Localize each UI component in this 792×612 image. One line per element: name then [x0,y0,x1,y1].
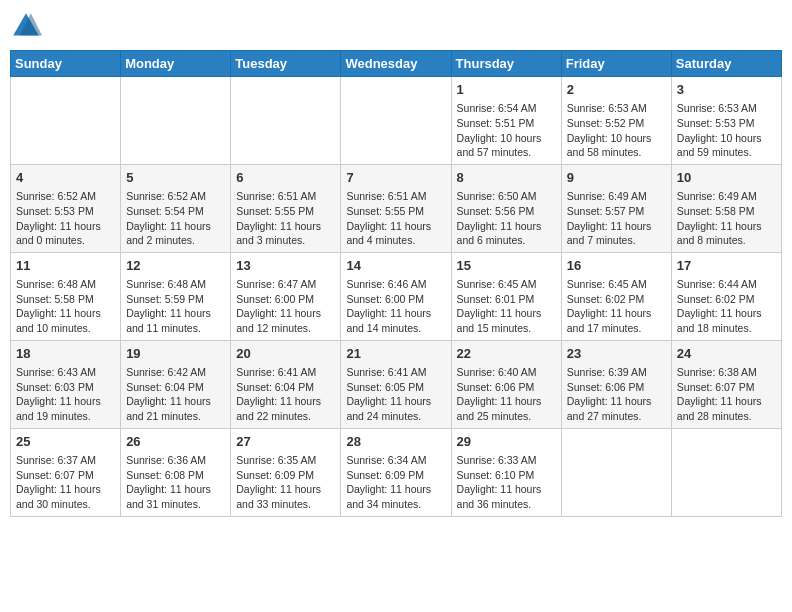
calendar-cell: 6Sunrise: 6:51 AMSunset: 5:55 PMDaylight… [231,164,341,252]
day-info: Sunset: 5:52 PM [567,116,666,131]
day-info: Sunrise: 6:51 AM [236,189,335,204]
day-info: Sunrise: 6:41 AM [346,365,445,380]
day-info: Daylight: 11 hours and 36 minutes. [457,482,556,511]
day-info: Sunset: 5:53 PM [677,116,776,131]
day-info: Sunset: 6:06 PM [567,380,666,395]
day-info: Sunrise: 6:43 AM [16,365,115,380]
cell-content: 22Sunrise: 6:40 AMSunset: 6:06 PMDayligh… [457,345,556,424]
calendar-cell: 7Sunrise: 6:51 AMSunset: 5:55 PMDaylight… [341,164,451,252]
calendar-cell: 15Sunrise: 6:45 AMSunset: 6:01 PMDayligh… [451,252,561,340]
calendar-cell: 10Sunrise: 6:49 AMSunset: 5:58 PMDayligh… [671,164,781,252]
day-number: 17 [677,257,776,275]
cell-content: 9Sunrise: 6:49 AMSunset: 5:57 PMDaylight… [567,169,666,248]
day-number: 6 [236,169,335,187]
calendar-cell: 2Sunrise: 6:53 AMSunset: 5:52 PMDaylight… [561,77,671,165]
day-number: 13 [236,257,335,275]
day-number: 7 [346,169,445,187]
calendar-cell: 28Sunrise: 6:34 AMSunset: 6:09 PMDayligh… [341,428,451,516]
day-info: Sunset: 6:05 PM [346,380,445,395]
cell-content: 23Sunrise: 6:39 AMSunset: 6:06 PMDayligh… [567,345,666,424]
day-info: Daylight: 11 hours and 4 minutes. [346,219,445,248]
day-info: Sunset: 5:58 PM [677,204,776,219]
day-info: Daylight: 11 hours and 27 minutes. [567,394,666,423]
day-header-saturday: Saturday [671,51,781,77]
day-info: Sunset: 6:00 PM [236,292,335,307]
day-info: Sunset: 6:06 PM [457,380,556,395]
day-info: Sunset: 6:07 PM [16,468,115,483]
day-info: Daylight: 11 hours and 22 minutes. [236,394,335,423]
cell-content: 21Sunrise: 6:41 AMSunset: 6:05 PMDayligh… [346,345,445,424]
calendar-cell: 8Sunrise: 6:50 AMSunset: 5:56 PMDaylight… [451,164,561,252]
day-header-monday: Monday [121,51,231,77]
day-info: Daylight: 11 hours and 33 minutes. [236,482,335,511]
day-number: 20 [236,345,335,363]
calendar-cell: 21Sunrise: 6:41 AMSunset: 6:05 PMDayligh… [341,340,451,428]
day-info: Sunrise: 6:45 AM [457,277,556,292]
calendar-cell [121,77,231,165]
cell-content: 3Sunrise: 6:53 AMSunset: 5:53 PMDaylight… [677,81,776,160]
calendar-cell: 17Sunrise: 6:44 AMSunset: 6:02 PMDayligh… [671,252,781,340]
day-number: 14 [346,257,445,275]
calendar-cell: 25Sunrise: 6:37 AMSunset: 6:07 PMDayligh… [11,428,121,516]
day-number: 27 [236,433,335,451]
day-info: Daylight: 11 hours and 34 minutes. [346,482,445,511]
day-info: Sunrise: 6:36 AM [126,453,225,468]
calendar-cell: 27Sunrise: 6:35 AMSunset: 6:09 PMDayligh… [231,428,341,516]
day-info: Daylight: 11 hours and 21 minutes. [126,394,225,423]
calendar-cell: 24Sunrise: 6:38 AMSunset: 6:07 PMDayligh… [671,340,781,428]
day-info: Sunrise: 6:39 AM [567,365,666,380]
cell-content: 14Sunrise: 6:46 AMSunset: 6:00 PMDayligh… [346,257,445,336]
calendar-cell: 26Sunrise: 6:36 AMSunset: 6:08 PMDayligh… [121,428,231,516]
cell-content: 24Sunrise: 6:38 AMSunset: 6:07 PMDayligh… [677,345,776,424]
calendar-week-row: 18Sunrise: 6:43 AMSunset: 6:03 PMDayligh… [11,340,782,428]
day-info: Sunset: 5:53 PM [16,204,115,219]
calendar-cell: 22Sunrise: 6:40 AMSunset: 6:06 PMDayligh… [451,340,561,428]
day-info: Daylight: 11 hours and 15 minutes. [457,306,556,335]
day-info: Sunset: 6:08 PM [126,468,225,483]
day-number: 4 [16,169,115,187]
day-info: Sunset: 6:04 PM [236,380,335,395]
day-number: 11 [16,257,115,275]
day-info: Sunset: 6:01 PM [457,292,556,307]
day-number: 26 [126,433,225,451]
cell-content: 29Sunrise: 6:33 AMSunset: 6:10 PMDayligh… [457,433,556,512]
day-number: 22 [457,345,556,363]
calendar-cell: 29Sunrise: 6:33 AMSunset: 6:10 PMDayligh… [451,428,561,516]
day-header-wednesday: Wednesday [341,51,451,77]
day-info: Sunrise: 6:48 AM [126,277,225,292]
calendar-cell [341,77,451,165]
calendar-week-row: 25Sunrise: 6:37 AMSunset: 6:07 PMDayligh… [11,428,782,516]
day-info: Sunset: 5:59 PM [126,292,225,307]
cell-content: 17Sunrise: 6:44 AMSunset: 6:02 PMDayligh… [677,257,776,336]
day-info: Daylight: 10 hours and 59 minutes. [677,131,776,160]
day-number: 8 [457,169,556,187]
calendar-week-row: 4Sunrise: 6:52 AMSunset: 5:53 PMDaylight… [11,164,782,252]
calendar-week-row: 11Sunrise: 6:48 AMSunset: 5:58 PMDayligh… [11,252,782,340]
calendar-cell: 20Sunrise: 6:41 AMSunset: 6:04 PMDayligh… [231,340,341,428]
day-number: 19 [126,345,225,363]
day-number: 28 [346,433,445,451]
day-number: 23 [567,345,666,363]
cell-content: 26Sunrise: 6:36 AMSunset: 6:08 PMDayligh… [126,433,225,512]
cell-content: 5Sunrise: 6:52 AMSunset: 5:54 PMDaylight… [126,169,225,248]
calendar-cell: 12Sunrise: 6:48 AMSunset: 5:59 PMDayligh… [121,252,231,340]
day-info: Daylight: 11 hours and 18 minutes. [677,306,776,335]
cell-content: 12Sunrise: 6:48 AMSunset: 5:59 PMDayligh… [126,257,225,336]
day-info: Daylight: 11 hours and 25 minutes. [457,394,556,423]
cell-content: 19Sunrise: 6:42 AMSunset: 6:04 PMDayligh… [126,345,225,424]
day-info: Sunset: 6:07 PM [677,380,776,395]
calendar-cell: 5Sunrise: 6:52 AMSunset: 5:54 PMDaylight… [121,164,231,252]
day-number: 24 [677,345,776,363]
day-info: Daylight: 11 hours and 17 minutes. [567,306,666,335]
day-info: Daylight: 11 hours and 30 minutes. [16,482,115,511]
day-info: Sunrise: 6:48 AM [16,277,115,292]
day-info: Daylight: 11 hours and 6 minutes. [457,219,556,248]
logo [10,10,46,42]
header [10,10,782,42]
day-number: 18 [16,345,115,363]
calendar-cell: 23Sunrise: 6:39 AMSunset: 6:06 PMDayligh… [561,340,671,428]
day-info: Sunset: 6:00 PM [346,292,445,307]
day-info: Sunset: 6:09 PM [236,468,335,483]
day-info: Sunrise: 6:53 AM [677,101,776,116]
day-info: Sunrise: 6:52 AM [16,189,115,204]
